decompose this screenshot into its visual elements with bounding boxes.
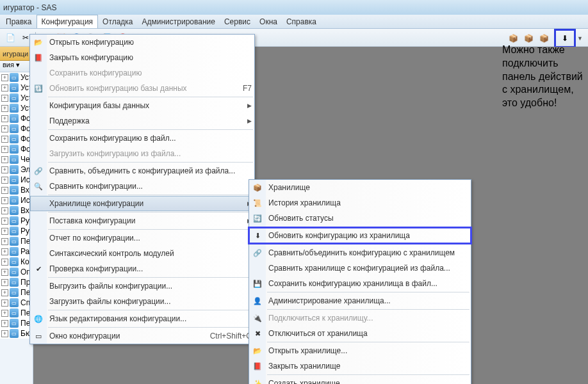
menu-item-icon: ▭ — [33, 330, 44, 342]
menu-item-label: Поставка конфигурации — [49, 216, 135, 225]
menu-item[interactable]: Поставка конфигурации▶ — [30, 213, 254, 228]
update-from-storage-icon[interactable]: ⬇ — [559, 32, 571, 45]
expand-icon[interactable]: + — [1, 289, 8, 296]
menu-item: 🔃Обновить конфигурацию базы данныхF7 — [30, 81, 254, 96]
document-icon: ▭ — [10, 247, 19, 256]
expand-icon[interactable]: + — [1, 330, 8, 337]
expand-icon[interactable]: + — [1, 248, 8, 255]
menu-item[interactable]: ▭Окно конфигурацииCtrl+Shift+C — [30, 328, 254, 344]
menu-separator — [267, 227, 470, 227]
menu-item[interactable]: Сравнить хранилище с конфигурацией из фа… — [249, 260, 471, 276]
menu-item[interactable]: 🔄Обновить статусы — [249, 211, 471, 226]
menu-item: Сохранить конфигурацию — [30, 65, 254, 81]
menu-item-label: Подключиться к хранилищу... — [268, 314, 373, 323]
titlebar: игуратор - SAS — [0, 0, 588, 15]
menu-item[interactable]: 📂Открыть хранилище... — [249, 343, 471, 358]
menu-item-label: Хранилище — [268, 183, 310, 192]
document-icon: ▭ — [10, 298, 19, 307]
menu-item[interactable]: 🔗Сравнить/объединить конфигурацию с хран… — [249, 245, 471, 260]
menu-item[interactable]: 👤Администрирование хранилища... — [249, 293, 471, 308]
expand-icon[interactable]: + — [1, 115, 8, 122]
document-icon: ▭ — [10, 165, 19, 174]
menu-item[interactable]: ✨Создать хранилище... — [249, 376, 471, 384]
menu-item[interactable]: Выгрузить файлы конфигурации... — [30, 278, 254, 294]
expand-icon[interactable]: + — [1, 136, 8, 143]
menubar-item-3[interactable]: Администрирование — [138, 15, 220, 28]
menu-item[interactable]: Конфигурация базы данных▶ — [30, 98, 254, 113]
menu-item[interactable]: 🔍Сравнить конфигурации... — [30, 179, 254, 194]
menu-item-icon: 📦 — [252, 182, 263, 193]
menu-item-label: Закрыть конфигурацию — [49, 53, 133, 62]
menu-item[interactable]: Сохранить конфигурацию в файл... — [30, 131, 254, 146]
menubar-item-1[interactable]: Конфигурация — [37, 15, 99, 28]
storage-icon-2[interactable]: 📦 — [522, 32, 535, 45]
menu-item[interactable]: 📜История хранилища — [249, 195, 471, 211]
menu-item[interactable]: ⬇Обновить конфигурацию из хранилища — [249, 228, 471, 243]
dropdown-arrow-icon[interactable]: ▼ — [577, 35, 583, 42]
menubar: ПравкаКонфигурацияОтладкаАдминистрирован… — [0, 15, 588, 29]
menu-item-label: Загрузить конфигурацию из файла... — [49, 149, 181, 158]
storage-icon-1[interactable]: 📦 — [507, 32, 519, 45]
menu-item[interactable]: 🌐Язык редактирования конфигурации... — [30, 311, 254, 326]
menu-item[interactable]: 🔗Сравнить, объединить с конфигурацией из… — [30, 163, 254, 179]
expand-icon[interactable]: + — [1, 279, 8, 286]
expand-icon[interactable]: + — [1, 146, 8, 153]
menu-item-icon: ✖ — [252, 328, 263, 339]
menu-item-label: Сохранить конфигурацию хранилища в файл.… — [268, 279, 437, 288]
expand-icon[interactable]: + — [1, 187, 8, 194]
menu-item[interactable]: Отчет по конфигурации... — [30, 230, 254, 246]
storage-icon-3[interactable]: 📦 — [537, 32, 550, 45]
expand-icon[interactable]: + — [1, 310, 8, 317]
expand-icon[interactable]: + — [1, 320, 8, 327]
menu-item-label: Сравнить хранилище с конфигурацией из фа… — [268, 264, 450, 273]
menu-item[interactable]: Поддержка▶ — [30, 113, 254, 129]
menu-item-icon: 🔃 — [33, 83, 44, 94]
menubar-item-4[interactable]: Сервис — [220, 15, 255, 28]
expand-icon[interactable]: + — [1, 228, 8, 235]
menubar-item-0[interactable]: Правка — [1, 15, 37, 28]
menu-item-label: Обновить конфигурацию базы данных — [49, 84, 187, 93]
menu-item-label: Создать хранилище... — [268, 379, 347, 384]
document-icon: ▭ — [10, 268, 19, 276]
expand-icon[interactable]: + — [1, 218, 8, 225]
menu-item[interactable]: Загрузить файлы конфигурации... — [30, 294, 254, 309]
menu-item[interactable]: 📦Хранилище — [249, 180, 471, 195]
expand-icon[interactable]: + — [1, 207, 8, 214]
menu-item[interactable]: Синтаксический контроль модулей — [30, 246, 254, 261]
menu-item[interactable]: ✔Проверка конфигурации... — [30, 261, 254, 276]
new-icon[interactable]: 📄 — [4, 31, 17, 44]
menu-item[interactable]: Хранилище конфигурации▶ — [30, 196, 254, 211]
menu-item[interactable]: 💾Сохранить конфигурацию хранилища в файл… — [249, 276, 471, 291]
expand-icon[interactable]: + — [1, 259, 8, 266]
menu-item: 🔌Подключиться к хранилищу... — [249, 310, 471, 326]
menu-item[interactable]: 📕Закрыть конфигурацию — [30, 50, 254, 65]
menu-separator — [48, 212, 253, 212]
menu-separator — [48, 162, 253, 163]
menu-item-label: Открыть конфигурацию — [49, 38, 134, 47]
menu-item[interactable]: 📂Открыть конфигурацию — [30, 35, 254, 50]
expand-icon[interactable]: + — [1, 197, 8, 204]
expand-icon[interactable]: + — [1, 74, 8, 81]
expand-icon[interactable]: + — [1, 300, 8, 307]
menu-item-label: Загрузить файлы конфигурации... — [49, 297, 170, 306]
menu-item-icon: 📕 — [33, 52, 44, 63]
menubar-item-5[interactable]: Окна — [255, 15, 282, 28]
menubar-item-6[interactable]: Справка — [282, 15, 321, 28]
expand-icon[interactable]: + — [1, 156, 8, 163]
sidebar-filter[interactable]: вия ▾ — [0, 61, 33, 72]
expand-icon[interactable]: + — [1, 95, 8, 102]
expand-icon[interactable]: + — [1, 125, 8, 132]
menu-item[interactable]: 📕Закрыть хранилище — [249, 358, 471, 374]
expand-icon[interactable]: + — [1, 269, 8, 276]
sidebar-tab-config[interactable]: игураци — [0, 47, 33, 61]
menubar-item-2[interactable]: Отладка — [98, 15, 137, 28]
submenu-arrow-icon: ▶ — [247, 118, 252, 124]
expand-icon[interactable]: + — [1, 166, 8, 173]
expand-icon[interactable]: + — [1, 177, 8, 184]
submenu-arrow-icon: ▶ — [247, 102, 252, 109]
menu-shortcut: F7 — [243, 84, 252, 93]
expand-icon[interactable]: + — [1, 84, 8, 92]
expand-icon[interactable]: + — [1, 238, 8, 245]
expand-icon[interactable]: + — [1, 105, 8, 112]
menu-item[interactable]: ✖Отключиться от хранилища — [249, 326, 471, 341]
